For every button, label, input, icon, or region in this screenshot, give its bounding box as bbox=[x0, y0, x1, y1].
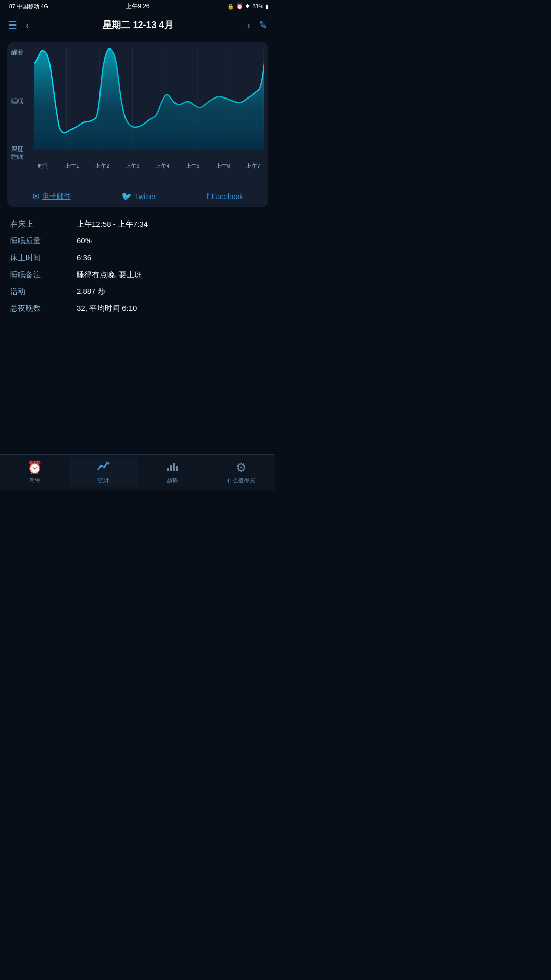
alarm-nav-label: 闹钟 bbox=[29, 477, 40, 484]
share-facebook[interactable]: f Facebook bbox=[206, 192, 243, 201]
stat-value-2: 6:36 bbox=[77, 253, 91, 263]
nav-bar: ☰ ‹ 星期二 12-13 4月 › ✎ bbox=[0, 12, 276, 38]
x-label-3: 上午3 bbox=[125, 162, 139, 170]
bottom-nav: ⏰ 闹钟 统计 趋势 ⚙ 什么值得买 bbox=[0, 454, 276, 490]
nav-date: 12-13 4月 bbox=[133, 20, 173, 30]
menu-icon[interactable]: ☰ bbox=[8, 19, 17, 31]
stat-value-3: 睡得有点晚, 要上班 bbox=[77, 270, 142, 280]
status-bar: -87 中国移动 4G 上午9:26 🔒 ⏰ ✱ 23% ▮ bbox=[0, 0, 276, 12]
x-label-4: 上午4 bbox=[155, 162, 169, 170]
stat-label-3: 睡眠备注 bbox=[10, 270, 77, 280]
twitter-label: Twitter bbox=[135, 192, 156, 201]
stat-row: 在床上 上午12:58 - 上午7:34 bbox=[10, 219, 265, 229]
share-row: ✉ 电子邮件 🐦 Twitter f Facebook bbox=[7, 185, 268, 207]
stat-label-0: 在床上 bbox=[10, 219, 77, 229]
email-label: 电子邮件 bbox=[42, 192, 71, 201]
y-label-awake: 醒着 bbox=[11, 48, 23, 57]
stat-label-1: 睡眠质量 bbox=[10, 236, 77, 246]
chart-container bbox=[34, 48, 264, 160]
alarm-status-icon: ⏰ bbox=[236, 3, 243, 10]
stat-value-4: 2,887 步 bbox=[77, 287, 106, 297]
share-email[interactable]: ✉ 电子邮件 bbox=[33, 191, 71, 201]
chart-area: 醒着 睡眠 深度睡眠 bbox=[7, 42, 268, 185]
x-label-1: 上午1 bbox=[65, 162, 79, 170]
time-text: 上午9:26 bbox=[126, 2, 149, 11]
nav-item-stats[interactable]: 统计 bbox=[69, 457, 138, 487]
alarm-icon: ⏰ bbox=[27, 460, 42, 475]
facebook-icon: f bbox=[206, 192, 208, 201]
stats-section: 在床上 上午12:58 - 上午7:34 睡眠质量 60% 床上时间 6:36 … bbox=[0, 211, 276, 329]
stat-label-2: 床上时间 bbox=[10, 253, 77, 263]
x-label-2: 上午2 bbox=[95, 162, 109, 170]
back-icon[interactable]: ‹ bbox=[26, 19, 29, 31]
settings-nav-label: 什么值得买 bbox=[227, 477, 255, 484]
stat-value-1: 60% bbox=[77, 236, 92, 246]
lock-icon: 🔒 bbox=[227, 3, 234, 10]
nav-item-trends[interactable]: 趋势 bbox=[138, 457, 207, 487]
stat-label-5: 总夜晚数 bbox=[10, 304, 77, 313]
nav-left-group: ☰ ‹ bbox=[8, 19, 29, 31]
battery-icon: ▮ bbox=[265, 3, 268, 10]
settings-icon: ⚙ bbox=[236, 460, 247, 475]
battery-text: 23% bbox=[252, 3, 263, 9]
trends-icon bbox=[166, 460, 179, 475]
nav-item-alarm[interactable]: ⏰ 闹钟 bbox=[0, 457, 69, 487]
chart-x-labels: 时间 上午1 上午2 上午3 上午4 上午5 上午6 上午7 bbox=[11, 160, 264, 174]
stat-row: 睡眠质量 60% bbox=[10, 236, 265, 246]
main-card: 醒着 睡眠 深度睡眠 bbox=[7, 42, 268, 207]
svg-rect-8 bbox=[170, 465, 172, 471]
y-label-sleep: 睡眠 bbox=[11, 97, 23, 106]
twitter-icon: 🐦 bbox=[121, 191, 132, 201]
stat-row: 床上时间 6:36 bbox=[10, 253, 265, 263]
nav-item-settings[interactable]: ⚙ 什么值得买 bbox=[207, 457, 276, 487]
stat-row: 睡眠备注 睡得有点晚, 要上班 bbox=[10, 270, 265, 280]
facebook-label: Facebook bbox=[212, 192, 243, 201]
y-label-deep: 深度睡眠 bbox=[11, 145, 23, 160]
signal-text: -87 中国移动 4G bbox=[7, 3, 48, 10]
nav-weekday: 星期二 bbox=[103, 20, 130, 30]
stat-label-4: 活动 bbox=[10, 287, 77, 297]
bluetooth-icon: ✱ bbox=[245, 3, 250, 10]
svg-rect-7 bbox=[167, 468, 169, 471]
nav-title: 星期二 12-13 4月 bbox=[103, 19, 173, 31]
x-label-5: 上午5 bbox=[186, 162, 200, 170]
share-twitter[interactable]: 🐦 Twitter bbox=[121, 191, 156, 201]
stats-icon bbox=[97, 460, 110, 475]
stat-value-5: 32, 平均时间 6:10 bbox=[77, 304, 137, 313]
stats-nav-label: 统计 bbox=[98, 477, 109, 484]
stat-row: 总夜晚数 32, 平均时间 6:10 bbox=[10, 304, 265, 313]
forward-icon[interactable]: › bbox=[247, 19, 251, 31]
edit-icon[interactable]: ✎ bbox=[259, 19, 267, 31]
stat-value-0: 上午12:58 - 上午7:34 bbox=[77, 219, 148, 229]
stat-row: 活动 2,887 步 bbox=[10, 287, 265, 297]
sleep-chart bbox=[34, 48, 264, 160]
x-label-7: 上午7 bbox=[246, 162, 260, 170]
x-label-time: 时间 bbox=[38, 162, 49, 170]
battery-area: 🔒 ⏰ ✱ 23% ▮ bbox=[227, 3, 268, 10]
email-icon: ✉ bbox=[33, 191, 39, 201]
nav-right-group: › ✎ bbox=[247, 19, 267, 31]
trends-nav-label: 趋势 bbox=[167, 477, 178, 484]
svg-rect-9 bbox=[173, 463, 175, 471]
chart-y-labels: 醒着 睡眠 深度睡眠 bbox=[11, 48, 23, 160]
svg-rect-10 bbox=[176, 466, 178, 471]
x-label-6: 上午6 bbox=[216, 162, 230, 170]
